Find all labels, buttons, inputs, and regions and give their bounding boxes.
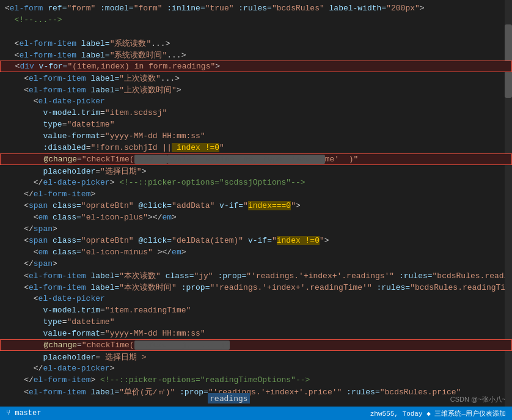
code-line: <el-form-item label="单价(元/㎥)" :prop="'re…	[0, 386, 512, 397]
code-line: @change="checkTime(...read...j, ... )"	[0, 339, 512, 351]
line-content: </span>	[5, 259, 512, 268]
line-content: <el-form-item label="单价(元/㎥)" :prop="'re…	[5, 386, 512, 397]
line-content: type="datetime"	[5, 317, 512, 326]
code-editor: <el-form ref="form" :model="form" :inlin…	[0, 0, 512, 420]
code-line: <el-form ref="form" :model="form" :inlin…	[0, 2, 512, 14]
line-content: <el-form-item label="系统读数时间"...>	[5, 50, 512, 61]
line-content: placeholder= 选择日期 >	[5, 352, 512, 363]
line-content: v-model.trim="item.readingTime"	[5, 306, 512, 315]
line-content: <el-form-item label="上次读数"...>	[5, 73, 512, 84]
csdn-watermark: CSDN @~张小八~	[450, 395, 506, 404]
line-content: value-format="yyyy-MM-dd HH:mm:ss"	[5, 329, 512, 338]
code-line: <el-form-item label="上次读数"...>	[0, 72, 512, 84]
code-line: type="datetime"	[0, 316, 512, 328]
line-content: </el-date-picker>	[5, 364, 512, 373]
code-line: v-model.trim="item.readingTime"	[0, 304, 512, 316]
code-line: <em class="el-icon-minus" ></em>	[0, 246, 512, 258]
line-content: <em class="el-icon-minus" ></em>	[5, 248, 512, 257]
line-content: v-model.trim="item.scdssj"	[5, 108, 512, 117]
code-line: @change="checkTime(item...system.reading…	[0, 153, 512, 165]
line-content: <el-form-item label="本次读数时间" :prop="'rea…	[5, 282, 512, 293]
code-line: placeholder="选择日期">	[0, 165, 512, 177]
line-content: value-format="yyyy-MM-dd HH:mm:ss"	[5, 131, 512, 141]
code-line: </el-date-picker>	[0, 363, 512, 374]
line-content: <!--...-->	[5, 15, 512, 24]
code-line: value-format="yyyy-MM-dd HH:mm:ss"	[0, 328, 512, 339]
line-content: <el-form-item label="系统读数"...>	[5, 38, 512, 49]
line-content: <el-date-picker	[5, 294, 512, 303]
code-line: value-format="yyyy-MM-dd HH:mm:ss"	[0, 130, 512, 142]
line-content: <span class="oprateBtn" @click="delData(…	[5, 236, 512, 245]
line-content: :disabled="!form.scbhjId || index !=0"	[5, 143, 512, 152]
code-line: :disabled="!form.scbhjId || index !=0"	[0, 142, 512, 153]
line-content: </el-date-picker> <!--::picker-options="…	[5, 178, 512, 187]
code-line: </span>	[0, 223, 512, 235]
line-content: @change="checkTime(item...system.reading…	[5, 155, 511, 164]
code-line: <el-form-item label="系统读数时间"...>	[0, 49, 512, 61]
line-content: placeholder="选择日期">	[5, 166, 512, 177]
user-info: zhw555, Today ◆ 三维系统—用户仪表添加	[370, 409, 506, 418]
code-line: <em class="el-icon-plus"></em>	[0, 212, 512, 223]
code-line: type="datetime"	[0, 119, 512, 130]
status-bar: ⑂ master zhw555, Today ◆ 三维系统—用户仪表添加	[0, 407, 512, 420]
line-content: </el-form-item>	[5, 190, 512, 199]
line-content: </span>	[5, 224, 512, 234]
line-content: <span class="oprateBtn" @click="addData"…	[5, 201, 512, 210]
line-content: <el-date-picker	[5, 97, 512, 106]
line-content: </el-form-item> <!--::picker-options="re…	[5, 375, 512, 385]
code-line: <el-form-item label="系统读数"...>	[0, 37, 512, 49]
line-content: <el-form-item label="上次读数时间">	[5, 84, 512, 95]
code-line: <!--...-->	[0, 14, 512, 26]
code-line: <el-form-item label="上次读数时间">	[0, 84, 512, 95]
code-line: v-model.trim="item.scdssj"	[0, 107, 512, 119]
code-line: <el-form-item label="本次读数时间" :prop="'rea…	[0, 281, 512, 293]
code-line: <el-date-picker	[0, 95, 512, 107]
code-line: <el-date-picker	[0, 293, 512, 304]
line-content: type="datetime"	[5, 120, 512, 129]
line-content: <div v-for="(item,index) in form.reading…	[5, 62, 511, 71]
code-line: <el-form-item label="本次读数" class="jy" :p…	[0, 270, 512, 281]
code-line: </span>	[0, 258, 512, 270]
code-line: placeholder= 选择日期 >	[0, 351, 512, 363]
git-branch: ⑂ master	[6, 409, 41, 418]
line-content: <em class="el-icon-plus"></em>	[5, 213, 512, 222]
readings-highlight: readings	[208, 394, 250, 403]
code-line: <span class="oprateBtn" @click="delData(…	[0, 235, 512, 246]
line-content: @change="checkTime(...read...j, ... )"	[5, 341, 511, 350]
code-line: </el-date-picker> <!--::picker-options="…	[0, 177, 512, 188]
code-line	[0, 26, 512, 37]
code-line: </el-form-item> <!--::picker-options="re…	[0, 374, 512, 386]
code-line: <div v-for="(item,index) in form.reading…	[0, 61, 512, 72]
code-line: </el-form-item>	[0, 188, 512, 200]
line-content: <el-form ref="form" :model="form" :inlin…	[5, 4, 512, 13]
line-content: <el-form-item label="本次读数" class="jy" :p…	[5, 270, 512, 281]
code-line: <span class="oprateBtn" @click="addData"…	[0, 200, 512, 212]
